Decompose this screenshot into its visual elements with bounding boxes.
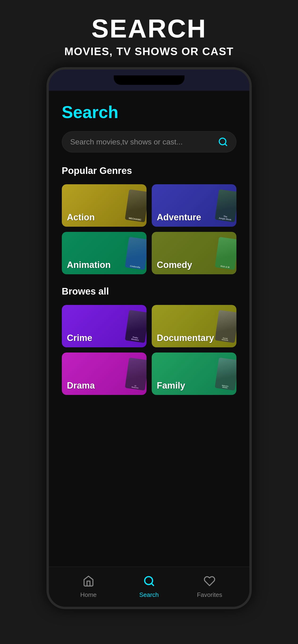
popular-genres-label: Popular Genres	[62, 166, 236, 176]
poster-crime: PeakyBlinders	[120, 305, 146, 347]
browse-all-grid: Crime PeakyBlinders Documentary SocialNe…	[62, 305, 236, 395]
genre-card-comedy[interactable]: Comedy Rick & M	[152, 232, 236, 274]
main-title: SEARCH	[10, 14, 288, 43]
nav-label-favorites: Favorites	[197, 591, 222, 598]
genre-card-action[interactable]: Action MECHANIC	[62, 184, 146, 227]
genre-label-family: Family	[152, 376, 190, 395]
genre-label-adventure: Adventure	[152, 208, 206, 227]
svg-line-3	[151, 584, 153, 586]
svg-line-1	[225, 144, 227, 146]
genre-label-comedy: Comedy	[152, 256, 198, 274]
genre-card-animation[interactable]: Animation Cinderella	[62, 232, 146, 274]
genre-label-crime: Crime	[62, 329, 98, 347]
genre-card-adventure[interactable]: Adventure TheJungle Book	[152, 184, 236, 227]
nav-item-search[interactable]: Search	[119, 575, 179, 598]
poster-action: MECHANIC	[120, 184, 146, 227]
genre-card-crime[interactable]: Crime PeakyBlinders	[62, 305, 146, 347]
nav-item-home[interactable]: Home	[58, 575, 119, 598]
search-icon	[218, 137, 228, 147]
page-title: Search	[62, 102, 236, 122]
phone-content: Search Search movies,tv shows or cast...…	[49, 91, 249, 567]
favorites-icon	[204, 575, 215, 589]
phone-top-bar	[49, 70, 249, 91]
nav-item-favorites[interactable]: Favorites	[179, 575, 240, 598]
nav-label-home: Home	[80, 591, 96, 598]
main-subtitle: MOVIES, TV SHOWS OR CAST	[10, 45, 288, 58]
phone-notch	[114, 76, 185, 85]
browse-all-label: Browes all	[62, 286, 236, 297]
poster-drama: 13Reasons	[120, 352, 146, 395]
genre-card-documentary[interactable]: Documentary SocialNetwork	[152, 305, 236, 347]
poster-adventure: TheJungle Book	[210, 184, 236, 227]
home-icon	[83, 575, 94, 589]
genre-label-action: Action	[62, 208, 100, 227]
poster-animation: Cinderella	[120, 232, 146, 274]
genre-card-family[interactable]: Family MalcolmMiddle	[152, 352, 236, 395]
poster-family: MalcolmMiddle	[210, 352, 236, 395]
bottom-nav: Home Search Favorites	[49, 567, 249, 607]
genre-card-drama[interactable]: Drama 13Reasons	[62, 352, 146, 395]
poster-comedy: Rick & M	[210, 232, 236, 274]
nav-label-search: Search	[139, 591, 159, 598]
search-nav-icon	[143, 575, 155, 589]
genre-label-drama: Drama	[62, 376, 100, 395]
search-input[interactable]: Search movies,tv shows or cast...	[70, 138, 218, 146]
genre-label-animation: Animation	[62, 256, 116, 274]
top-header: SEARCH MOVIES, TV SHOWS OR CAST	[0, 0, 298, 67]
search-bar[interactable]: Search movies,tv shows or cast...	[62, 131, 236, 152]
genre-label-documentary: Documentary	[152, 329, 219, 347]
phone-frame: Search Search movies,tv shows or cast...…	[47, 67, 252, 609]
popular-genres-grid: Action MECHANIC Adventure TheJungle Book…	[62, 184, 236, 274]
